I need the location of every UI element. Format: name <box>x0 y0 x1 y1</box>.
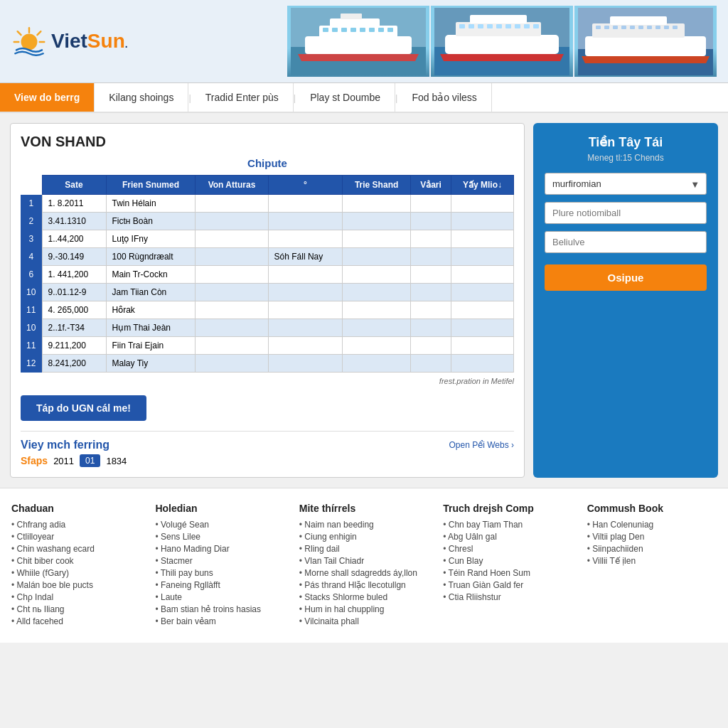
input2-field <box>545 231 707 253</box>
svg-rect-14 <box>323 28 328 32</box>
footer-col-item: Chn bay Tiam Than <box>443 520 572 530</box>
footer-col-item: Sens Lilee <box>155 532 284 542</box>
row-col6 <box>410 355 451 373</box>
row-col7 <box>451 230 513 248</box>
svg-rect-12 <box>330 18 380 27</box>
nav-item-view-do-berrg[interactable]: View do berrg <box>0 83 95 112</box>
svg-rect-28 <box>459 24 465 28</box>
footer-col-item: Stacmer <box>155 556 284 566</box>
input1[interactable] <box>545 202 707 224</box>
svg-rect-15 <box>332 28 338 32</box>
footer-col-item: Thili pay buns <box>155 568 284 578</box>
footer-col-item: Rling dail <box>299 544 429 554</box>
svg-rect-11 <box>319 26 397 38</box>
footer-col-title: Commush Book <box>587 503 717 514</box>
footer-col-item: Chresl <box>443 544 572 554</box>
svg-rect-48 <box>638 26 643 29</box>
footer-col-item: Laute <box>155 592 284 602</box>
svg-marker-9 <box>298 54 419 61</box>
row-col6 <box>410 248 451 266</box>
table-row: 4 9.-30.149 100 Rùgndræalt Sóh Fáll Nay <box>21 248 514 266</box>
row-col6 <box>410 301 451 319</box>
col-deg: ° <box>268 176 343 195</box>
svg-rect-49 <box>647 26 652 29</box>
footer-column: HoledianVolugé SeanSens LileeHano Mading… <box>155 503 284 628</box>
table-row: 11 4. 265,000 Hȏrak <box>21 301 514 319</box>
nav-item-kilang-shoings[interactable]: Kilang shoings <box>95 83 188 112</box>
footer-col-item: Han Colenuniag <box>587 520 717 530</box>
ship-image-1 <box>287 6 429 77</box>
row-date: 9.211,200 <box>42 337 106 355</box>
footer-col-item: Villii Tế ịlen <box>587 556 717 566</box>
select-field: murfiromian ▼ <box>545 173 707 195</box>
ship-image-3 <box>574 6 717 77</box>
footer-col-item: Ber bain vẻam <box>155 616 284 626</box>
svg-rect-52 <box>673 26 678 29</box>
col-vaari: Vảari <box>410 176 451 195</box>
row-name: Hụm Thai Jeàn <box>106 319 196 337</box>
row-name: Fictн Boàn <box>106 213 196 230</box>
footnote: frest.pration in Metifel <box>21 377 514 385</box>
row-col7 <box>451 266 513 284</box>
svg-rect-24 <box>445 35 559 54</box>
right-panel-subtitle: Meneg tl:15 Chends <box>545 153 707 163</box>
row-name: 100 Rùgndræalt <box>106 248 196 266</box>
svg-rect-27 <box>470 15 527 23</box>
footer-col-item: Malán boe ble pucts <box>11 580 141 590</box>
review-link[interactable]: Open Pểi Webs › <box>449 440 514 450</box>
input2[interactable] <box>545 231 707 253</box>
dropdown-select[interactable]: murfiromian <box>545 173 707 195</box>
row-name: Hȏrak <box>106 301 196 319</box>
row-col5 <box>343 195 411 213</box>
footer-col-item: Stacks Shlorme buled <box>299 592 429 602</box>
footer-col-item: Vlan Tail Chiadr <box>299 556 429 566</box>
review-year: 2011 <box>53 456 74 466</box>
row-col4 <box>268 301 343 319</box>
row-name: Malay Tiy <box>106 355 196 373</box>
nav-item-play-st[interactable]: Play st Doumbe <box>296 83 395 112</box>
row-num: 6 <box>21 266 42 284</box>
review-section: Viey mch ferring Open Pểi Webs › Sfaps 2… <box>21 431 514 467</box>
footer: ChaduanChfrang adiaCtlilloyearChin washa… <box>0 488 728 643</box>
row-date: 8.241,200 <box>42 355 106 373</box>
row-col5 <box>343 230 411 248</box>
footer-column: Commush BookHan ColenuniagViltii plag De… <box>587 503 717 628</box>
footer-col-item: Ciung enhigin <box>299 532 429 542</box>
nav-item-fod-bao[interactable]: Fod bảo viless <box>397 83 491 112</box>
svg-rect-50 <box>655 26 660 29</box>
svg-rect-45 <box>613 26 618 29</box>
footer-column: ChaduanChfrang adiaCtlilloyearChin washa… <box>11 503 141 628</box>
table-title: Chipute <box>21 157 514 169</box>
row-col7 <box>451 195 513 213</box>
svg-rect-18 <box>360 28 365 32</box>
row-date: 1. 441,200 <box>42 266 106 284</box>
svg-rect-42 <box>610 16 667 25</box>
row-col3 <box>196 230 268 248</box>
register-button[interactable]: Táp do UGN cál me! <box>21 395 146 421</box>
row-col5 <box>343 248 411 266</box>
svg-line-2 <box>37 31 41 35</box>
svg-rect-39 <box>585 36 706 56</box>
svg-rect-46 <box>621 26 626 29</box>
row-col3 <box>196 355 268 373</box>
footer-col-item: Ctlilloyear <box>11 532 141 542</box>
row-name: Twin Hélain <box>106 195 196 213</box>
row-date: 1..44,200 <box>42 230 106 248</box>
row-date: 4. 265,000 <box>42 301 106 319</box>
row-col5 <box>343 266 411 284</box>
footer-col-item: Téin Rand Hoen Sum <box>443 568 572 578</box>
col-von: Von Atturas <box>196 176 268 195</box>
footer-col-item: Cun Blay <box>443 556 572 566</box>
row-num: 11 <box>21 337 42 355</box>
col-num <box>21 176 42 195</box>
row-col3 <box>196 195 268 213</box>
row-col6 <box>410 195 451 213</box>
footer-col-item: Viltii plag Den <box>587 532 717 542</box>
submit-button[interactable]: Osipue <box>545 264 707 291</box>
footer-col-item: Siinpachiiden <box>587 544 717 554</box>
table-row: 12 8.241,200 Malay Tiy <box>21 355 514 373</box>
svg-rect-43 <box>596 26 601 29</box>
footer-col-item: Hum in hal chuppling <box>299 604 429 614</box>
svg-rect-10 <box>309 47 408 54</box>
nav-item-tradid-enter[interactable]: Tradid Enter pùs <box>191 83 294 112</box>
